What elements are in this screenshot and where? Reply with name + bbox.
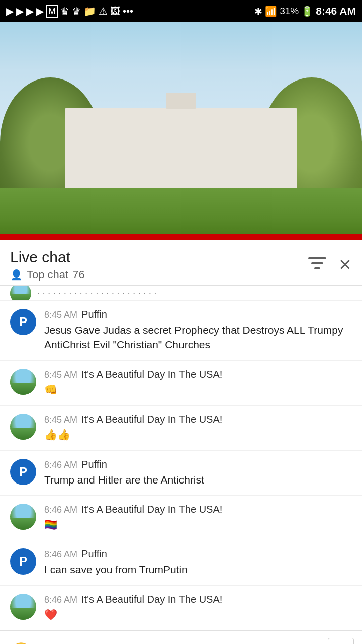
message-author: It's A Beautiful Day In The USA! [81, 414, 222, 425]
chat-input-bar: 😊 $ [0, 630, 362, 644]
message-author: It's A Beautiful Day In The USA! [81, 504, 222, 515]
hero-image [0, 22, 362, 238]
message-author: Puffin [81, 548, 107, 560]
app-icon-crown1: ♛ [60, 5, 69, 17]
message-content: 8:46 AM Puffin Trump and Hitler are the … [44, 459, 352, 487]
avatar: P [10, 309, 36, 335]
clock: 8:46 AM [316, 5, 356, 17]
message-meta: 8:46 AM Puffin [44, 459, 352, 470]
chat-message: 8:45 AM It's A Beautiful Day In The USA!… [0, 406, 362, 450]
message-content: 8:45 AM It's A Beautiful Day In The USA!… [44, 414, 352, 442]
avatar [10, 414, 36, 440]
svg-rect-2 [314, 267, 320, 269]
play-icon-3: ▶ [26, 5, 34, 17]
partial-message: · · · · · · · · · · · · · · · · · · · · … [0, 286, 362, 301]
message-time: 8:46 AM [44, 549, 77, 560]
message-content: 8:46 AM It's A Beautiful Day In The USA!… [44, 504, 352, 532]
battery-icon: 🔋 [301, 6, 313, 17]
partial-text: · · · · · · · · · · · · · · · · · · · · … [37, 288, 157, 299]
message-time: 8:46 AM [44, 595, 77, 605]
top-chat-label[interactable]: Top chat [27, 268, 68, 281]
hero-lawn [0, 188, 362, 238]
message-author: It's A Beautiful Day In The USA! [81, 594, 222, 605]
message-time: 8:45 AM [44, 310, 77, 320]
chat-messages: · · · · · · · · · · · · · · · · · · · · … [0, 286, 362, 630]
emoji-button[interactable]: 😊 [8, 638, 34, 644]
live-chat-panel: Live chat 👤 Top chat 76 ✕ · · · · · · · … [0, 238, 362, 644]
message-meta: 8:46 AM Puffin [44, 548, 352, 560]
message-time: 8:46 AM [44, 460, 77, 470]
avatar: P [10, 548, 36, 575]
filter-icon[interactable] [308, 256, 326, 274]
status-bar-left-icons: ▶ ▶ ▶ ▶ M ♛ ♛ 📁 ⚠ 🖼 ••• [6, 5, 133, 18]
message-text: Trump and Hitler are the Antichrist [44, 472, 352, 487]
chat-message: P 8:45 AM Puffin Jesus Gave Judas a secr… [0, 301, 362, 361]
status-bar-right-icons: ✱ 📶 31% 🔋 8:46 AM [254, 5, 356, 17]
message-meta: 8:45 AM It's A Beautiful Day In The USA! [44, 414, 352, 425]
message-author: It's A Beautiful Day In The USA! [81, 369, 222, 380]
alert-icon: ⚠ [99, 5, 108, 17]
chat-message: P 8:46 AM Puffin I can save you from Tru… [0, 540, 362, 585]
svg-rect-1 [311, 262, 323, 264]
more-icon: ••• [123, 6, 133, 17]
send-button[interactable]: $ [328, 638, 354, 644]
message-content: 8:45 AM It's A Beautiful Day In The USA!… [44, 369, 352, 397]
chat-message: 8:46 AM It's A Beautiful Day In The USA!… [0, 586, 362, 630]
avatar [10, 286, 31, 301]
close-button[interactable]: ✕ [338, 255, 352, 274]
message-time: 8:45 AM [44, 415, 77, 425]
message-author: Puffin [81, 459, 107, 470]
hero-red-bar [0, 234, 362, 238]
avatar [10, 504, 36, 530]
message-text: 🏳️‍🌈 [44, 517, 352, 532]
chat-message: 8:46 AM It's A Beautiful Day In The USA!… [0, 496, 362, 540]
avatar [10, 594, 36, 620]
message-time: 8:45 AM [44, 370, 77, 380]
message-text: I can save you from TrumPutin [44, 562, 352, 577]
message-meta: 8:45 AM It's A Beautiful Day In The USA! [44, 369, 352, 380]
chat-message: 8:45 AM It's A Beautiful Day In The USA!… [0, 361, 362, 406]
message-content: 8:45 AM Puffin Jesus Gave Judas a secret… [44, 309, 352, 352]
message-meta: 8:46 AM It's A Beautiful Day In The USA! [44, 504, 352, 515]
status-bar: ▶ ▶ ▶ ▶ M ♛ ♛ 📁 ⚠ 🖼 ••• ✱ 📶 31% 🔋 8:46 A… [0, 0, 362, 22]
message-content: 8:46 AM Puffin I can save you from TrumP… [44, 548, 352, 577]
message-time: 8:46 AM [44, 505, 77, 515]
app-icon-crown2: ♛ [72, 5, 81, 17]
hero-building [65, 108, 297, 198]
message-text: ❤️ [44, 607, 352, 622]
chat-header: Live chat 👤 Top chat 76 ✕ [0, 240, 362, 286]
app-icon-m: M [46, 5, 58, 18]
play-icon-4: ▶ [36, 5, 44, 17]
folder-icon: 📁 [83, 5, 96, 17]
image-icon: 🖼 [110, 6, 120, 17]
bluetooth-icon: ✱ [254, 6, 262, 17]
avatar: P [10, 459, 36, 485]
message-meta: 8:45 AM Puffin [44, 309, 352, 320]
wifi-icon: 📶 [265, 6, 277, 17]
battery-level: 31% [280, 6, 299, 17]
chat-message: P 8:46 AM Puffin Trump and Hitler are th… [0, 451, 362, 496]
avatar [10, 369, 36, 395]
chat-header-left: Live chat 👤 Top chat 76 [10, 248, 85, 281]
play-icon: ▶ [6, 5, 14, 17]
message-text: Jesus Gave Judas a secret Prophecy that … [44, 323, 352, 352]
viewer-count: 76 [72, 268, 84, 281]
chat-subtitle: 👤 Top chat 76 [10, 268, 85, 281]
chat-title: Live chat [10, 248, 85, 266]
message-meta: 8:46 AM It's A Beautiful Day In The USA! [44, 594, 352, 605]
play-icon-2: ▶ [16, 5, 24, 17]
message-text: 👍👍 [44, 427, 352, 442]
person-icon: 👤 [10, 269, 23, 281]
message-text: 👊 [44, 382, 352, 397]
svg-rect-0 [308, 257, 326, 259]
message-author: Puffin [81, 309, 107, 320]
message-content: 8:46 AM It's A Beautiful Day In The USA!… [44, 594, 352, 622]
chat-header-right: ✕ [308, 255, 352, 274]
